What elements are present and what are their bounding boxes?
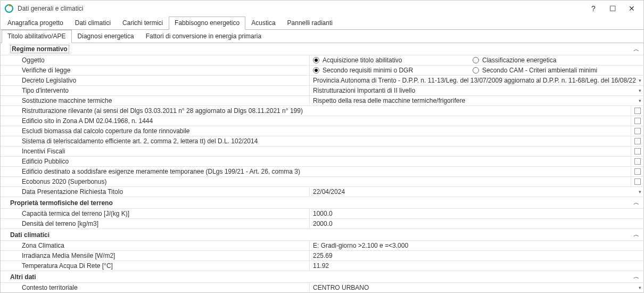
check-cell: [631, 136, 643, 146]
check-cell: [631, 167, 643, 176]
radio-acquisizione-label: Acquisizione titolo abilitativo: [323, 56, 402, 64]
data-pres-text: 22/04/2024: [313, 188, 345, 196]
row-temp: Temperatura Acqua Di Rete [°C] 11.92: [1, 261, 643, 271]
value-data-pres[interactable]: 22/04/2024 ▾: [309, 187, 643, 197]
section-altri: Altri dati ︿: [1, 271, 643, 283]
section-climatici: Dati climatici ︿: [1, 229, 643, 241]
value-sostituzione[interactable]: Rispetto della resa delle macchine termi…: [309, 96, 643, 105]
section-terreno: Proprietà termofisiche del terreno ︿: [1, 197, 643, 209]
checkbox[interactable]: [634, 128, 641, 134]
contesto-text: CENTRO URBANO: [313, 284, 369, 291]
tab-fabbisogno[interactable]: Fabbisogno energetico: [169, 17, 245, 30]
label-capacita: Capacità termica del terreno [J/(kg K)]: [1, 209, 309, 218]
row-check: Edificio Pubblico: [1, 157, 643, 167]
content-area: Regime normativo ︿ Oggetto Acquisizione …: [1, 43, 643, 292]
subtab-titolo[interactable]: Titolo abilitativo/APE: [2, 30, 72, 43]
section-terreno-title: Proprietà termofisiche del terreno: [10, 199, 113, 207]
decreto-text: Provincia Autonoma di Trento - D.P.P. n.…: [313, 77, 636, 84]
value-oggetto: Acquisizione titolo abilitativo Classifi…: [309, 55, 643, 65]
window-controls: ? ☐ ✕: [589, 4, 636, 13]
section-climatici-title: Dati climatici: [10, 231, 49, 239]
section-regime-title: Regime normativo: [10, 45, 69, 53]
checkbox[interactable]: [634, 178, 641, 185]
check-label: Edificio sito in Zona A DM 02.04.1968, n…: [1, 116, 631, 126]
label-temp: Temperatura Acqua Di Rete [°C]: [1, 261, 309, 271]
row-check: Ristrutturazione rilevante (ai sensi del…: [1, 106, 643, 116]
row-capacita: Capacità termica del terreno [J/(kg K)] …: [1, 209, 643, 219]
value-zona[interactable]: E: Gradi-giorno >2.100 e =<3.000: [309, 241, 643, 250]
label-tipo: Tipo d'intervento: [1, 86, 309, 95]
help-button[interactable]: ?: [589, 4, 598, 13]
collapse-icon[interactable]: ︿: [633, 45, 639, 53]
dropdown-icon[interactable]: ▾: [639, 189, 641, 194]
row-decreto: Decreto Legislativo Provincia Autonoma d…: [1, 76, 643, 86]
row-densita: Densità del terreno [kg/m3] 2000.0: [1, 219, 643, 229]
value-temp[interactable]: 11.92: [309, 261, 643, 271]
radio-acquisizione[interactable]: [313, 57, 319, 63]
value-irrad[interactable]: 225.69: [309, 251, 643, 261]
collapse-icon[interactable]: ︿: [633, 231, 639, 239]
checkbox[interactable]: [634, 148, 641, 154]
check-label: Edificio Pubblico: [1, 157, 631, 166]
checkbox[interactable]: [634, 138, 641, 144]
checkbox[interactable]: [634, 158, 641, 165]
check-label: Incentivi Fiscali: [1, 146, 631, 156]
label-decreto: Decreto Legislativo: [1, 76, 309, 85]
value-densita[interactable]: 2000.0: [309, 219, 643, 229]
radio-cam[interactable]: [473, 67, 479, 74]
tipo-text: Ristrutturazioni importanti di II livell…: [313, 87, 415, 94]
value-capacita[interactable]: 1000.0: [309, 209, 643, 218]
window: Dati generali e climatici ? ☐ ✕ Anagrafi…: [0, 0, 644, 293]
subtab-diagnosi[interactable]: Diagnosi energetica: [72, 30, 140, 43]
label-verifiche: Verifiche di legge: [1, 66, 309, 75]
row-check: Escludi biomassa dal calcolo coperture d…: [1, 126, 643, 136]
dropdown-icon[interactable]: ▾: [639, 88, 641, 93]
row-check: Edificio destinato a soddisfare esigenze…: [1, 167, 643, 177]
label-sostituzione: Sostituzione macchine termiche: [1, 96, 309, 105]
tab-carichi-termici[interactable]: Carichi termici: [117, 17, 169, 30]
check-label: Edificio destinato a soddisfare esigenze…: [1, 167, 631, 176]
checkbox[interactable]: [634, 108, 641, 114]
close-button[interactable]: ✕: [628, 4, 636, 13]
tab-anagrafica[interactable]: Anagrafica progetto: [2, 17, 69, 30]
dropdown-icon[interactable]: ▾: [639, 78, 641, 83]
sostituzione-text: Rispetto della resa delle macchine termi…: [313, 97, 465, 104]
check-cell: [631, 146, 643, 156]
section-regime: Regime normativo ︿: [1, 43, 643, 55]
checkbox[interactable]: [634, 118, 641, 124]
window-title: Dati generali e climatici: [18, 5, 589, 12]
collapse-icon[interactable]: ︿: [633, 273, 639, 281]
checkbox[interactable]: [634, 168, 641, 175]
value-verifiche: Secondo requisiti minimi o DGR Secondo C…: [309, 66, 643, 75]
radio-requisiti-label: Secondo requisiti minimi o DGR: [323, 67, 413, 74]
label-contesto: Contesto territoriale: [1, 283, 309, 292]
value-contesto[interactable]: CENTRO URBANO ▾: [309, 283, 643, 292]
row-oggetto: Oggetto Acquisizione titolo abilitativo …: [1, 55, 643, 66]
radio-classificazione[interactable]: [473, 57, 479, 63]
row-data-presentazione: Data Presentazione Richiesta Titolo 22/0…: [1, 187, 643, 197]
app-icon: [5, 4, 13, 13]
titlebar: Dati generali e climatici ? ☐ ✕: [1, 1, 643, 17]
label-densita: Densità del terreno [kg/m3]: [1, 219, 309, 229]
value-tipo[interactable]: Ristrutturazioni importanti di II livell…: [309, 86, 643, 95]
check-label: Ristrutturazione rilevante (ai sensi del…: [1, 106, 631, 116]
subtab-fattori[interactable]: Fattori di conversione in energia primar…: [140, 30, 267, 43]
tab-acustica[interactable]: Acustica: [245, 17, 281, 30]
tab-dati-climatici[interactable]: Dati climatici: [69, 17, 117, 30]
main-tabs: Anagrafica progetto Dati climatici Caric…: [1, 17, 643, 30]
radio-cam-label: Secondo CAM - Criteri ambientali minimi: [482, 67, 597, 74]
dropdown-icon[interactable]: ▾: [639, 285, 641, 290]
row-verifiche: Verifiche di legge Secondo requisiti min…: [1, 66, 643, 76]
tab-pannelli[interactable]: Pannelli radianti: [282, 17, 338, 30]
label-irrad: Irradianza Media Mensile [W/m2]: [1, 251, 309, 261]
value-decreto[interactable]: Provincia Autonoma di Trento - D.P.P. n.…: [309, 76, 643, 85]
row-sostituzione: Sostituzione macchine termiche Rispetto …: [1, 96, 643, 106]
row-check: Incentivi Fiscali: [1, 146, 643, 157]
row-check: Sistema di teleriscaldamento efficiente …: [1, 136, 643, 146]
maximize-button[interactable]: ☐: [608, 4, 617, 13]
radio-requisiti[interactable]: [313, 67, 319, 74]
dropdown-icon[interactable]: ▾: [639, 98, 641, 103]
label-oggetto: Oggetto: [1, 55, 309, 65]
row-contesto: Contesto territoriale CENTRO URBANO ▾: [1, 283, 643, 292]
collapse-icon[interactable]: ︿: [633, 199, 639, 207]
